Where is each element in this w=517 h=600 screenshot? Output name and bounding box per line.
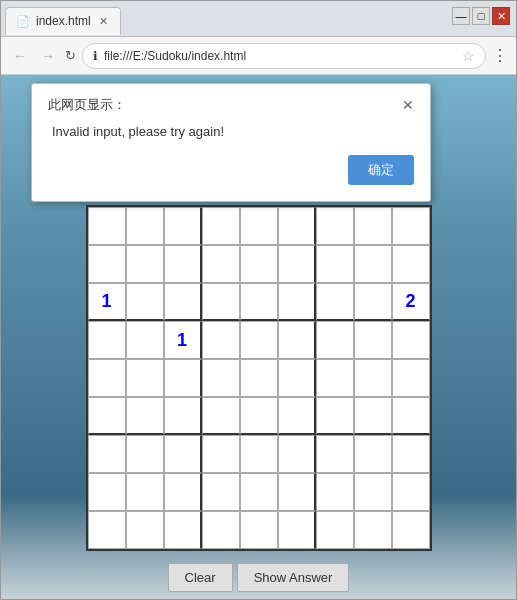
- alert-title-bar: 此网页显示： ✕: [48, 96, 414, 114]
- sudoku-cell[interactable]: [316, 321, 354, 359]
- sudoku-cell[interactable]: [354, 473, 392, 511]
- sudoku-cell[interactable]: [202, 511, 240, 549]
- sudoku-cell[interactable]: [316, 359, 354, 397]
- sudoku-cell[interactable]: [392, 359, 430, 397]
- sudoku-cell[interactable]: 2: [392, 283, 430, 321]
- sudoku-cell[interactable]: [88, 207, 126, 245]
- sudoku-cell[interactable]: [126, 283, 164, 321]
- sudoku-cell[interactable]: [202, 359, 240, 397]
- browser-tab[interactable]: 📄 index.html ✕: [5, 7, 121, 35]
- sudoku-cell[interactable]: [88, 245, 126, 283]
- sudoku-cell[interactable]: [278, 511, 316, 549]
- sudoku-cell[interactable]: [240, 207, 278, 245]
- clear-button[interactable]: Clear: [168, 563, 233, 592]
- sudoku-cell[interactable]: [392, 511, 430, 549]
- sudoku-cell[interactable]: [88, 321, 126, 359]
- sudoku-cell[interactable]: [240, 359, 278, 397]
- sudoku-cell[interactable]: [202, 397, 240, 435]
- sudoku-grid: 121: [86, 205, 432, 551]
- alert-close-button[interactable]: ✕: [402, 98, 414, 112]
- sudoku-cell[interactable]: [88, 473, 126, 511]
- sudoku-cell[interactable]: [164, 397, 202, 435]
- sudoku-cell[interactable]: [240, 511, 278, 549]
- sudoku-cell[interactable]: [202, 283, 240, 321]
- url-bar[interactable]: ℹ file:///E:/Sudoku/index.html ☆: [82, 43, 486, 69]
- sudoku-cell[interactable]: [88, 359, 126, 397]
- sudoku-cell[interactable]: [278, 397, 316, 435]
- refresh-button[interactable]: ↻: [65, 48, 76, 63]
- maximize-button[interactable]: □: [472, 7, 490, 25]
- sudoku-cell[interactable]: [278, 359, 316, 397]
- url-text: file:///E:/Sudoku/index.html: [104, 49, 246, 63]
- sudoku-cell[interactable]: [164, 207, 202, 245]
- sudoku-cell[interactable]: [316, 245, 354, 283]
- sudoku-cell[interactable]: [316, 511, 354, 549]
- alert-ok-button[interactable]: 确定: [348, 155, 414, 185]
- sudoku-cell[interactable]: [240, 321, 278, 359]
- sudoku-cell[interactable]: [354, 435, 392, 473]
- sudoku-cell[interactable]: [126, 207, 164, 245]
- sudoku-cell[interactable]: [240, 397, 278, 435]
- sudoku-cell[interactable]: [126, 473, 164, 511]
- sudoku-cell[interactable]: [126, 245, 164, 283]
- sudoku-cell[interactable]: [202, 473, 240, 511]
- sudoku-cell[interactable]: [278, 435, 316, 473]
- sudoku-cell[interactable]: [88, 435, 126, 473]
- sudoku-cell[interactable]: [164, 283, 202, 321]
- sudoku-cell[interactable]: [164, 359, 202, 397]
- sudoku-cell[interactable]: [202, 245, 240, 283]
- minimize-button[interactable]: —: [452, 7, 470, 25]
- sudoku-cell[interactable]: [126, 359, 164, 397]
- sudoku-cell[interactable]: [316, 473, 354, 511]
- sudoku-cell[interactable]: [278, 207, 316, 245]
- sudoku-cell[interactable]: [278, 245, 316, 283]
- sudoku-cell[interactable]: [354, 511, 392, 549]
- sudoku-cell[interactable]: [278, 283, 316, 321]
- sudoku-cell[interactable]: [88, 511, 126, 549]
- sudoku-cell[interactable]: [354, 397, 392, 435]
- sudoku-cell[interactable]: [392, 473, 430, 511]
- sudoku-cell[interactable]: [164, 473, 202, 511]
- sudoku-cell[interactable]: [126, 511, 164, 549]
- sudoku-cell[interactable]: [202, 435, 240, 473]
- close-button[interactable]: ✕: [492, 7, 510, 25]
- sudoku-cell[interactable]: [126, 321, 164, 359]
- sudoku-cell[interactable]: [126, 435, 164, 473]
- sudoku-cell[interactable]: [278, 473, 316, 511]
- forward-button[interactable]: →: [37, 46, 59, 66]
- show-answer-button[interactable]: Show Answer: [237, 563, 350, 592]
- sudoku-cell[interactable]: [164, 511, 202, 549]
- sudoku-cell[interactable]: [354, 245, 392, 283]
- sudoku-cell[interactable]: [164, 435, 202, 473]
- sudoku-cell[interactable]: [126, 397, 164, 435]
- sudoku-cell[interactable]: [240, 473, 278, 511]
- sudoku-cell[interactable]: 1: [164, 321, 202, 359]
- page-content: 此网页显示： ✕ Invalid input, please try again…: [1, 75, 516, 599]
- sudoku-cell[interactable]: [392, 397, 430, 435]
- sudoku-cell[interactable]: [392, 207, 430, 245]
- bookmark-icon[interactable]: ☆: [462, 48, 475, 64]
- sudoku-cell[interactable]: [240, 245, 278, 283]
- sudoku-cell[interactable]: [164, 245, 202, 283]
- sudoku-cell[interactable]: 1: [88, 283, 126, 321]
- sudoku-cell[interactable]: [240, 283, 278, 321]
- sudoku-cell[interactable]: [392, 245, 430, 283]
- sudoku-cell[interactable]: [240, 435, 278, 473]
- sudoku-cell[interactable]: [202, 207, 240, 245]
- tab-close-button[interactable]: ✕: [97, 15, 110, 28]
- sudoku-cell[interactable]: [316, 207, 354, 245]
- sudoku-cell[interactable]: [316, 283, 354, 321]
- back-button[interactable]: ←: [9, 46, 31, 66]
- sudoku-cell[interactable]: [354, 207, 392, 245]
- sudoku-cell[interactable]: [392, 321, 430, 359]
- sudoku-cell[interactable]: [278, 321, 316, 359]
- sudoku-cell[interactable]: [392, 435, 430, 473]
- sudoku-cell[interactable]: [316, 397, 354, 435]
- sudoku-cell[interactable]: [202, 321, 240, 359]
- sudoku-cell[interactable]: [354, 283, 392, 321]
- sudoku-cell[interactable]: [316, 435, 354, 473]
- sudoku-cell[interactable]: [354, 321, 392, 359]
- sudoku-cell[interactable]: [88, 397, 126, 435]
- sudoku-cell[interactable]: [354, 359, 392, 397]
- browser-menu-icon[interactable]: ⋮: [492, 46, 508, 65]
